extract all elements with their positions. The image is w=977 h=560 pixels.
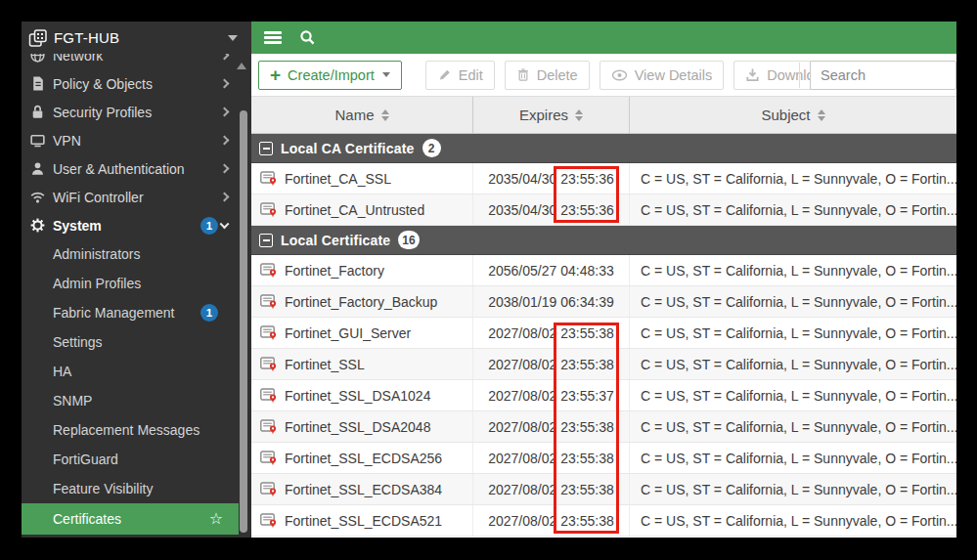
sidebar-item-ha[interactable]: HA bbox=[22, 357, 251, 386]
certificate-name: Fortinet_SSL_DSA2048 bbox=[285, 419, 430, 435]
scrollbar-up-arrow[interactable] bbox=[237, 63, 246, 69]
plus-icon: + bbox=[270, 65, 281, 84]
column-header-subject[interactable]: Subject bbox=[630, 97, 956, 133]
column-header-name[interactable]: Name bbox=[251, 97, 473, 133]
download-icon bbox=[745, 67, 760, 82]
expires-date: 2038/01/19 bbox=[488, 294, 556, 310]
table-row[interactable]: Fortinet_SSL 2027/08/02 23:55:38 C = US,… bbox=[251, 349, 956, 380]
group-header-local-certificate[interactable]: Local Certificate 16 bbox=[251, 226, 956, 255]
certificate-icon bbox=[260, 419, 278, 435]
table-row[interactable]: Fortinet_SSL_ECDSA256 2027/08/02 23:55:3… bbox=[251, 443, 956, 474]
delete-button[interactable]: Delete bbox=[505, 61, 590, 90]
chevron-right-icon bbox=[220, 107, 230, 116]
certificate-icon bbox=[260, 325, 278, 341]
chevron-right-icon bbox=[220, 135, 230, 145]
sidebar-scrollbar-thumb[interactable] bbox=[240, 110, 247, 533]
expires-date: 2027/08/02 bbox=[488, 325, 556, 341]
certificate-subject: C = US, ST = California, L = Sunnyvale, … bbox=[630, 443, 956, 473]
certificate-icon bbox=[260, 357, 278, 372]
sidebar-item-fabric-management[interactable]: Fabric Management 1 bbox=[22, 298, 251, 327]
gear-icon bbox=[29, 217, 46, 234]
table-row[interactable]: Fortinet_CA_Untrusted 2035/04/30 23:55:3… bbox=[251, 194, 956, 226]
certificate-subject: C = US, ST = California, L = Sunnyvale, … bbox=[630, 163, 956, 194]
expires-date: 2027/08/02 bbox=[488, 388, 556, 404]
sidebar-item-admin-profiles[interactable]: Admin Profiles bbox=[22, 269, 251, 298]
trash-icon bbox=[516, 67, 530, 82]
certificate-icon bbox=[260, 388, 278, 404]
expires-date: 2027/08/02 bbox=[488, 357, 556, 372]
group-header-local-ca-certificate[interactable]: Local CA Certificate 2 bbox=[251, 134, 956, 163]
chevron-right-icon bbox=[220, 163, 230, 173]
table-row[interactable]: Fortinet_GUI_Server 2027/08/02 23:55:38 … bbox=[251, 318, 956, 349]
sort-icon bbox=[818, 109, 825, 121]
view-details-button[interactable]: View Details bbox=[600, 61, 725, 90]
caret-down-icon bbox=[382, 72, 390, 77]
sidebar-item-feature-visibility[interactable]: Feature Visibility bbox=[22, 474, 251, 503]
pencil-icon bbox=[437, 67, 452, 82]
sidebar-item-policy-objects[interactable]: Policy & Objects bbox=[22, 69, 251, 98]
menu-icon[interactable] bbox=[264, 31, 282, 44]
create-import-button[interactable]: + Create/Import bbox=[258, 61, 402, 90]
sidebar-nav: Network Policy & Objects Security Profil… bbox=[22, 54, 251, 538]
certificate-subject: C = US, ST = California, L = Sunnyvale, … bbox=[630, 349, 956, 379]
chevron-right-icon bbox=[220, 78, 230, 88]
device-selector[interactable]: FGT-HUB bbox=[22, 22, 251, 54]
sidebar-item-system[interactable]: System 1 bbox=[22, 211, 251, 239]
column-header-expires[interactable]: Expires bbox=[473, 97, 630, 133]
expires-time: 23:55:38 bbox=[560, 482, 614, 497]
expires-date: 2027/08/02 bbox=[488, 419, 556, 435]
chevron-right-icon bbox=[220, 192, 230, 201]
certificate-icon bbox=[260, 482, 278, 497]
sidebar-item-administrators[interactable]: Administrators bbox=[22, 239, 251, 269]
table-row[interactable]: Fortinet_Factory 2056/05/27 04:48:33 C =… bbox=[251, 255, 956, 286]
sidebar-item-replacement-messages[interactable]: Replacement Messages bbox=[22, 415, 251, 445]
sidebar-item-snmp[interactable]: SNMP bbox=[22, 386, 251, 415]
table-row[interactable]: Fortinet_SSL_ECDSA521 2027/08/02 23:55:3… bbox=[251, 505, 956, 537]
sidebar-item-network[interactable]: Network bbox=[22, 54, 251, 69]
certificate-name: Fortinet_GUI_Server bbox=[285, 325, 411, 341]
certificate-name: Fortinet_SSL_ECDSA384 bbox=[285, 482, 442, 497]
certificate-icon bbox=[260, 263, 278, 279]
table-row[interactable]: Fortinet_CA_SSL 2035/04/30 23:55:36 C = … bbox=[251, 163, 956, 194]
top-green-bar bbox=[251, 22, 956, 54]
expires-time: 23:55:36 bbox=[560, 171, 614, 187]
favorite-star-icon[interactable]: ☆ bbox=[209, 509, 223, 528]
sidebar-item-wifi-controller[interactable]: WiFi Controller bbox=[22, 183, 251, 211]
notification-badge: 1 bbox=[200, 304, 218, 322]
sort-icon bbox=[381, 109, 389, 121]
edit-button[interactable]: Edit bbox=[425, 61, 495, 90]
sidebar: FGT-HUB Network Policy & Objects bbox=[22, 22, 251, 538]
expires-date: 2027/08/02 bbox=[488, 513, 556, 529]
collapse-icon[interactable] bbox=[259, 142, 273, 155]
table-header: Name Expires Subject bbox=[251, 97, 956, 134]
sidebar-item-user-authentication[interactable]: User & Authentication bbox=[22, 154, 251, 183]
certificate-icon bbox=[260, 202, 278, 218]
certificate-subject: C = US, ST = California, L = Sunnyvale, … bbox=[630, 474, 956, 504]
table-row[interactable]: Fortinet_SSL_DSA1024 2027/08/02 23:55:37… bbox=[251, 380, 956, 411]
caret-down-icon bbox=[228, 35, 238, 41]
sidebar-item-vpn[interactable]: VPN bbox=[22, 126, 251, 154]
certificate-name: Fortinet_Factory_Backup bbox=[285, 294, 437, 310]
certificate-subject: C = US, ST = California, L = Sunnyvale, … bbox=[630, 411, 956, 442]
sidebar-item-fortiguard[interactable]: FortiGuard bbox=[22, 445, 251, 474]
table-row[interactable]: Fortinet_SSL_DSA2048 2027/08/02 23:55:38… bbox=[251, 411, 956, 443]
sidebar-item-security-profiles[interactable]: Security Profiles bbox=[22, 98, 251, 126]
table-row[interactable]: Fortinet_Factory_Backup 2038/01/19 06:34… bbox=[251, 286, 956, 318]
table-row[interactable]: Fortinet_SSL_ECDSA384 2027/08/02 23:55:3… bbox=[251, 474, 956, 505]
expires-date: 2056/05/27 bbox=[488, 263, 556, 279]
search-input[interactable] bbox=[810, 61, 956, 90]
search-icon[interactable] bbox=[299, 29, 316, 46]
certificate-subject: C = US, ST = California, L = Sunnyvale, … bbox=[630, 318, 956, 348]
expires-date: 2035/04/30 bbox=[488, 202, 556, 218]
fortigate-logo-icon bbox=[28, 28, 48, 48]
certificate-subject: C = US, ST = California, L = Sunnyvale, … bbox=[630, 505, 956, 536]
chevron-right-icon bbox=[220, 54, 230, 60]
sidebar-item-certificates[interactable]: Certificates ☆ bbox=[22, 503, 239, 535]
collapse-icon[interactable] bbox=[259, 234, 273, 247]
expires-time: 06:34:39 bbox=[560, 294, 614, 310]
expires-date: 2027/08/02 bbox=[488, 482, 556, 497]
expires-time: 23:55:38 bbox=[560, 325, 614, 341]
sidebar-item-settings[interactable]: Settings bbox=[22, 327, 251, 357]
certificate-subject: C = US, ST = California, L = Sunnyvale, … bbox=[630, 255, 956, 285]
chevron-down-icon bbox=[220, 219, 230, 229]
